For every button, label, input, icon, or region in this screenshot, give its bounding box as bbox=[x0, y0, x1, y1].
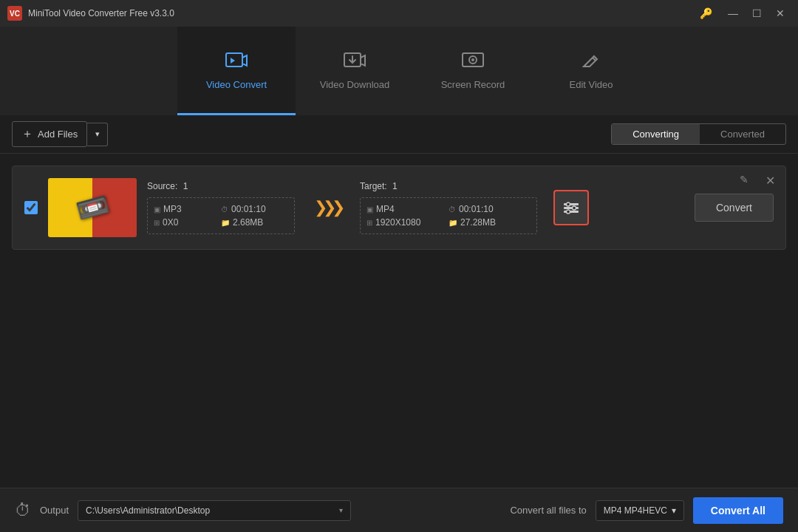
nav-spacer bbox=[0, 27, 177, 115]
target-format-value: MP4 bbox=[376, 204, 395, 214]
source-label: Source: 1 bbox=[147, 181, 295, 191]
convert-button[interactable]: Convert bbox=[695, 194, 774, 222]
arrow-icons: ❯❯❯ bbox=[314, 198, 341, 217]
close-button[interactable]: ✕ bbox=[770, 6, 791, 21]
output-path-dropdown-icon: ▾ bbox=[339, 506, 343, 514]
source-filesize-value: 2.68MB bbox=[233, 217, 263, 228]
file-checkbox[interactable] bbox=[24, 201, 38, 214]
title-bar: VC MiniTool Video Converter Free v3.3.0 … bbox=[0, 0, 798, 27]
source-res-icon: ⊞ bbox=[154, 219, 160, 227]
source-file-icon: 📁 bbox=[221, 219, 230, 227]
format-value: MP4 MP4HEVC bbox=[604, 505, 667, 516]
svg-point-8 bbox=[567, 202, 570, 206]
tab-converting[interactable]: Converting bbox=[612, 124, 700, 144]
svg-point-4 bbox=[471, 58, 474, 61]
output-label: Output bbox=[40, 505, 69, 516]
app-title: MiniTool Video Converter Free v3.3.0 bbox=[28, 8, 694, 18]
source-format-row: ▣ MP3 bbox=[154, 204, 221, 214]
target-filesize-value: 27.28MB bbox=[460, 217, 496, 228]
tab-container: Converting Converted bbox=[611, 123, 786, 145]
nav-label-video-convert: Video Convert bbox=[206, 79, 267, 90]
nav-label-screen-record: Screen Record bbox=[441, 79, 505, 90]
format-dropdown-icon: ▾ bbox=[672, 505, 676, 516]
target-info: Target: 1 ▣ MP4 ⏱ 00:01:10 ⊞ 1920X1080 📁 bbox=[360, 181, 537, 234]
content-area: 📼 Source: 1 ▣ MP3 ⏱ 00:01:10 ⊞ 0X0 bbox=[0, 154, 798, 488]
source-format-icon: ▣ bbox=[154, 205, 160, 214]
source-resolution-row: ⊞ 0X0 bbox=[154, 217, 221, 228]
app-logo: VC bbox=[7, 6, 22, 21]
source-resolution-value: 0X0 bbox=[163, 217, 178, 228]
video-download-icon bbox=[343, 50, 366, 75]
add-files-label: Add Files bbox=[38, 129, 78, 140]
target-resolution-value: 1920X1080 bbox=[375, 217, 420, 228]
bottom-bar: ⏱ Output C:\Users\Administrator\Desktop … bbox=[0, 488, 798, 532]
source-info: Source: 1 ▣ MP3 ⏱ 00:01:10 ⊞ 0X0 📁 bbox=[147, 181, 295, 234]
nav-item-video-convert[interactable]: Video Convert bbox=[177, 27, 296, 115]
target-grid: ▣ MP4 ⏱ 00:01:10 ⊞ 1920X1080 📁 27.28MB bbox=[360, 197, 537, 234]
target-clock-icon: ⏱ bbox=[449, 205, 456, 214]
card-edit-button[interactable]: ✎ bbox=[740, 174, 748, 185]
settings-button[interactable] bbox=[553, 190, 589, 225]
convert-all-button[interactable]: Convert All bbox=[693, 497, 783, 524]
cassette-icon: 📼 bbox=[72, 188, 112, 227]
file-thumbnail: 📼 bbox=[48, 178, 137, 237]
svg-rect-0 bbox=[226, 53, 242, 66]
screen-record-icon bbox=[461, 50, 485, 75]
card-close-button[interactable]: ✕ bbox=[765, 174, 775, 188]
video-convert-icon bbox=[225, 50, 248, 75]
clock-icon: ⏱ bbox=[15, 501, 31, 520]
target-resolution-row: ⊞ 1920X1080 bbox=[366, 217, 449, 228]
format-selector[interactable]: MP4 MP4HEVC ▾ bbox=[596, 500, 684, 521]
target-format-row: ▣ MP4 bbox=[366, 204, 449, 214]
add-files-plus-icon: ＋ bbox=[21, 126, 33, 142]
nav-label-video-download: Video Download bbox=[320, 79, 389, 90]
maximize-button[interactable]: ☐ bbox=[746, 6, 767, 21]
minimize-button[interactable]: — bbox=[723, 6, 743, 21]
add-files-button[interactable]: ＋ Add Files bbox=[12, 121, 87, 147]
svg-point-9 bbox=[573, 206, 576, 210]
nav-item-edit-video[interactable]: Edit Video bbox=[532, 27, 650, 115]
source-filesize-row: 📁 2.68MB bbox=[221, 217, 288, 228]
nav-item-screen-record[interactable]: Screen Record bbox=[414, 27, 532, 115]
nav-bar: Video Convert Video Download Screen Reco… bbox=[0, 27, 798, 115]
tab-converted[interactable]: Converted bbox=[700, 124, 785, 144]
output-path-text: C:\Users\Administrator\Desktop bbox=[86, 505, 210, 516]
source-duration-row: ⏱ 00:01:10 bbox=[221, 204, 288, 214]
toolbar: ＋ Add Files ▾ Converting Converted bbox=[0, 115, 798, 154]
convert-all-files-label: Convert all files to bbox=[510, 505, 586, 516]
target-label: Target: 1 bbox=[360, 181, 537, 191]
output-path-selector[interactable]: C:\Users\Administrator\Desktop ▾ bbox=[78, 500, 351, 521]
file-card: 📼 Source: 1 ▣ MP3 ⏱ 00:01:10 ⊞ 0X0 bbox=[12, 166, 786, 250]
svg-point-10 bbox=[567, 210, 570, 214]
target-duration-row: ⏱ 00:01:10 bbox=[449, 204, 531, 214]
add-files-dropdown-button[interactable]: ▾ bbox=[87, 123, 108, 146]
target-res-icon: ⊞ bbox=[366, 219, 372, 227]
source-grid: ▣ MP3 ⏱ 00:01:10 ⊞ 0X0 📁 2.68MB bbox=[147, 197, 295, 234]
nav-label-edit-video: Edit Video bbox=[569, 79, 613, 90]
convert-arrows: ❯❯❯ bbox=[305, 198, 349, 217]
target-format-icon: ▣ bbox=[366, 205, 373, 214]
source-duration-value: 00:01:10 bbox=[231, 204, 266, 214]
key-icon: 🔑 bbox=[700, 7, 712, 19]
target-duration-value: 00:01:10 bbox=[459, 204, 494, 214]
target-filesize-row: 📁 27.28MB bbox=[449, 217, 531, 228]
target-file-icon: 📁 bbox=[449, 219, 457, 227]
logo-text: VC bbox=[10, 10, 20, 18]
nav-item-video-download[interactable]: Video Download bbox=[296, 27, 414, 115]
title-controls: — ☐ ✕ bbox=[723, 6, 791, 21]
source-format-value: MP3 bbox=[163, 204, 182, 214]
source-clock-icon: ⏱ bbox=[221, 205, 228, 214]
edit-video-icon bbox=[579, 50, 603, 75]
